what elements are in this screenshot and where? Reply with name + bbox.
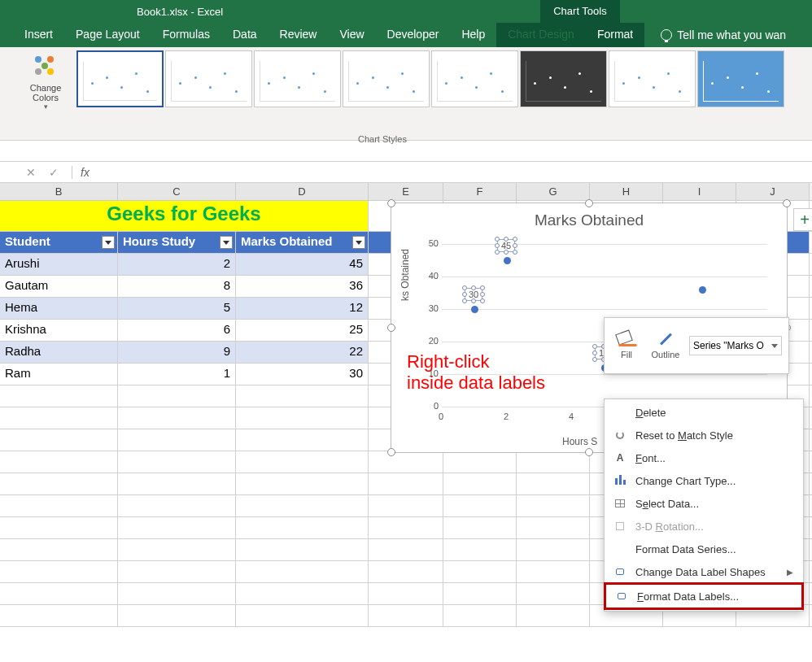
ctx-change-chart-type[interactable]: Change Chart Type...	[605, 469, 803, 492]
tab-help[interactable]: Help	[450, 23, 496, 47]
chart-style-8[interactable]	[697, 50, 784, 107]
table-cell[interactable]: 9	[118, 342, 236, 363]
change-colors-button[interactable]: Change Colors ▾	[21, 50, 70, 111]
resize-handle[interactable]	[387, 199, 395, 207]
data-label[interactable]: 30	[465, 288, 482, 301]
ctx-d-rotation: 3-D Rotation...	[605, 515, 803, 538]
reset-icon	[613, 429, 627, 442]
table-cell[interactable]: 25	[236, 320, 369, 341]
tab-view[interactable]: View	[328, 23, 375, 47]
tab-data[interactable]: Data	[221, 23, 268, 47]
chart-style-3[interactable]	[254, 50, 341, 107]
ctx-font[interactable]: AFont...	[605, 446, 803, 469]
chart-tools-context-label: Chart Tools	[540, 0, 620, 23]
table-cell[interactable]: Ram	[0, 364, 118, 385]
chart-style-1[interactable]	[76, 50, 164, 107]
table-cell[interactable]: 5	[118, 298, 236, 319]
chart-elements-plus-button[interactable]: +	[793, 208, 812, 231]
ctx-format-data-series[interactable]: Format Data Series...	[605, 538, 803, 560]
shape-icon	[614, 590, 629, 603]
chart-style-6[interactable]	[520, 50, 607, 107]
col-header-F[interactable]: F	[443, 183, 517, 200]
table-cell[interactable]: 8	[118, 276, 236, 297]
data-point[interactable]	[471, 306, 478, 313]
table-cell[interactable]: Krishna	[0, 320, 118, 341]
tab-developer[interactable]: Developer	[376, 23, 451, 47]
col-header-H[interactable]: H	[590, 183, 663, 200]
title-bar: Book1.xlsx - Excel Chart Tools	[0, 0, 812, 23]
tab-page-layout[interactable]: Page Layout	[64, 23, 151, 47]
table-cell[interactable]: Gautam	[0, 276, 118, 297]
col-header-I[interactable]: I	[663, 183, 736, 200]
sheet-title-cell[interactable]: Geeks for Geeks	[0, 201, 369, 231]
table-header-student[interactable]: Student	[0, 232, 118, 253]
ctx-change-data-label-shapes[interactable]: Change Data Label Shapes▶	[605, 560, 803, 583]
col-header-E[interactable]: E	[369, 183, 443, 200]
ribbon-chart-design: Change Colors ▾	[0, 47, 812, 141]
table-cell[interactable]: 12	[236, 298, 369, 319]
context-menu: DeleteReset to Match StyleAFont...Change…	[604, 399, 804, 612]
table-cell[interactable]: 1	[118, 364, 236, 385]
ctx-delete[interactable]: Delete	[605, 401, 803, 424]
filter-arrow-icon[interactable]	[352, 236, 365, 249]
y-axis-label[interactable]: ks Obtained	[399, 249, 411, 301]
table-cell[interactable]: 22	[236, 342, 369, 363]
resize-handle[interactable]	[585, 448, 593, 456]
table-cell[interactable]: Arushi	[0, 254, 118, 275]
cube-icon	[613, 520, 627, 533]
fx-icon[interactable]: fx	[72, 166, 89, 179]
table-cell[interactable]: Radha	[0, 342, 118, 363]
tab-format[interactable]: Format	[586, 23, 644, 47]
table-header-hours[interactable]: Hours Study	[118, 232, 236, 253]
col-header-C[interactable]: C	[118, 183, 236, 200]
table-cell[interactable]: 30	[236, 364, 369, 385]
accept-formula-icon[interactable]: ✓	[49, 166, 59, 179]
ctx-reset-to-match-style[interactable]: Reset to Match Style	[605, 424, 803, 446]
fill-button[interactable]: Fill	[611, 332, 642, 359]
filter-arrow-icon[interactable]	[102, 236, 115, 249]
data-point[interactable]	[504, 257, 511, 264]
tab-chart-design[interactable]: Chart Design	[496, 23, 586, 47]
tab-insert[interactable]: Insert	[13, 23, 64, 47]
mini-toolbar: Fill Outline Series "Marks O	[604, 317, 789, 374]
chart-icon	[613, 474, 627, 487]
table-cell[interactable]: 36	[236, 276, 369, 297]
data-label[interactable]: 45	[497, 239, 515, 252]
resize-handle[interactable]	[783, 199, 791, 207]
paint-bucket-icon	[615, 329, 633, 345]
table-cell[interactable]: 45	[236, 254, 369, 275]
resize-handle[interactable]	[387, 448, 395, 456]
formula-input[interactable]	[96, 162, 812, 182]
data-point[interactable]	[699, 286, 706, 294]
chart-style-7[interactable]	[609, 50, 696, 107]
tell-me-search[interactable]: Tell me what you wan	[661, 23, 786, 47]
ctx-format-data-labels[interactable]: Format Data Labels...	[604, 582, 804, 610]
chart-style-5[interactable]	[431, 50, 518, 107]
col-header-D[interactable]: D	[236, 183, 369, 200]
series-selector-dropdown[interactable]: Series "Marks O	[689, 336, 782, 355]
chart-style-4[interactable]	[343, 50, 430, 107]
x-axis-label[interactable]: Hours S	[562, 436, 597, 447]
outline-button[interactable]: Outline	[650, 332, 681, 359]
column-headers: B C D E F G H I J	[0, 183, 812, 201]
cancel-formula-icon[interactable]: ✕	[26, 166, 36, 179]
col-header-G[interactable]: G	[517, 183, 590, 200]
table-cell[interactable]: Hema	[0, 298, 118, 319]
tab-review[interactable]: Review	[268, 23, 329, 47]
table-cell[interactable]: 2	[118, 254, 236, 275]
chart-title[interactable]: Marks Obtained	[391, 211, 787, 229]
filter-arrow-icon[interactable]	[220, 236, 233, 249]
ctx-select-data[interactable]: Select Data...	[605, 492, 803, 515]
col-header-J[interactable]: J	[736, 183, 810, 200]
chart-styles-group-label: Chart Styles	[358, 134, 407, 144]
resize-handle[interactable]	[387, 324, 395, 332]
chart-style-2[interactable]	[165, 50, 252, 107]
tab-formulas[interactable]: Formulas	[151, 23, 221, 47]
chevron-down-icon: ▾	[21, 102, 70, 111]
col-header-B[interactable]: B	[0, 183, 118, 200]
submenu-arrow-icon: ▶	[787, 568, 793, 577]
resize-handle[interactable]	[585, 199, 593, 207]
table-header-marks[interactable]: Marks Obtained	[236, 232, 369, 253]
chevron-down-icon	[771, 344, 778, 348]
table-cell[interactable]: 6	[118, 320, 236, 341]
